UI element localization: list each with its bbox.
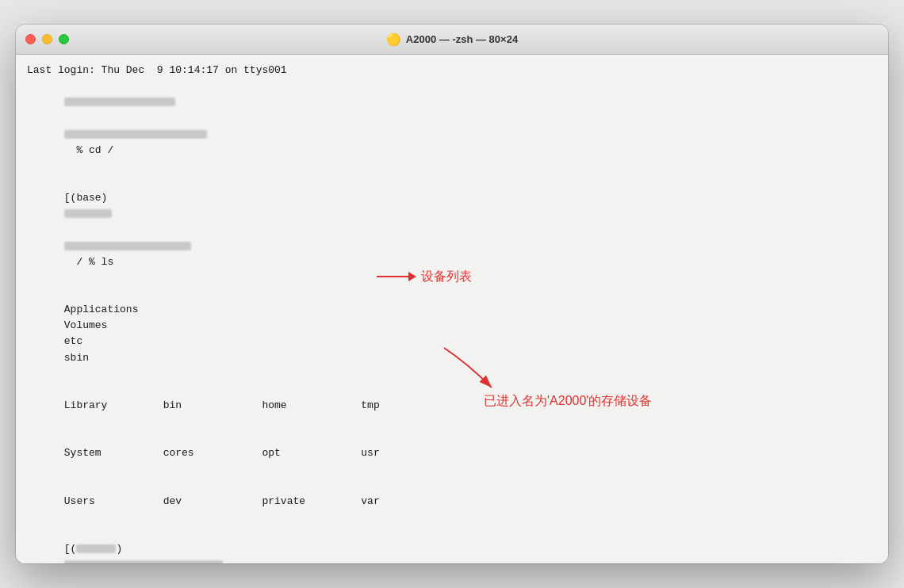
dir-applications: Applications [64,304,163,315]
dir-etc: etc [64,335,163,347]
close-button[interactable] [25,34,36,44]
minimize-button[interactable] [42,34,52,44]
dir-row-3: System cores opt usr [27,430,877,477]
terminal-body[interactable]: Last login: Thu Dec 9 10:14:17 on ttys00… [16,55,888,563]
titlebar: 🟡 A2000 — -zsh — 80×24 [16,25,888,55]
annotation-device-list: 设备列表 [377,267,467,287]
traffic-lights [25,34,69,44]
maximize-button[interactable] [59,34,69,44]
last-login-line: Last login: Thu Dec 9 10:14:17 on ttys00… [27,63,877,78]
annotation-entered-device: 已进入名为'A2000'的存储设备 [420,348,579,409]
dir-sbin: sbin [64,352,89,364]
blurred-line-1: % cd / [27,78,877,174]
title-text: A2000 — -zsh — 80×24 [406,33,518,45]
window-title: 🟡 A2000 — -zsh — 80×24 [386,32,518,47]
dir-row-4: Users dev private var [27,478,877,525]
blurred-cd-volumes: [() / % cd Volumes [27,525,877,563]
title-icon: 🟡 [386,32,401,47]
terminal-window: 🟡 A2000 — -zsh — 80×24 Last login: Thu D… [16,25,888,563]
dir-volumes: Volumes [64,319,163,331]
